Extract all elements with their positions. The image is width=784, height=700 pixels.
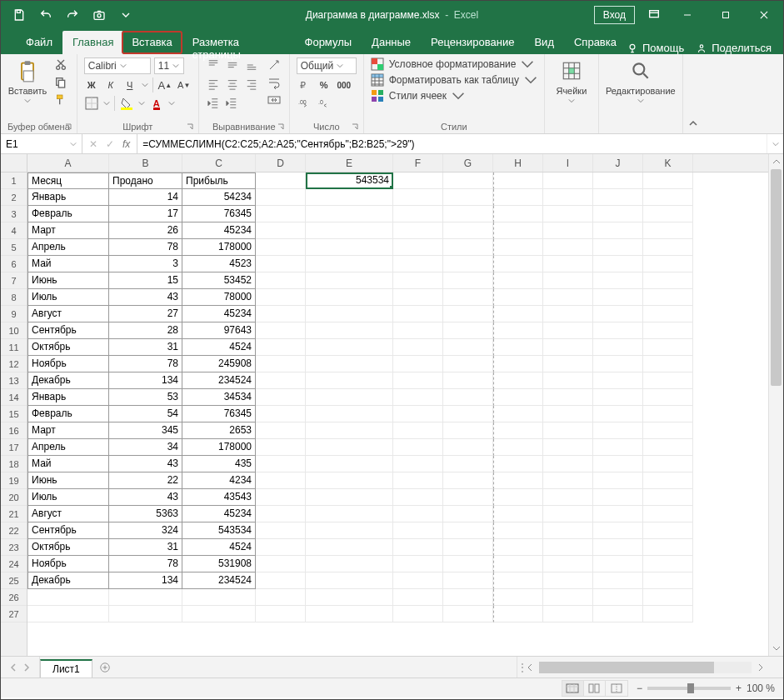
zoom-out-button[interactable]: −	[637, 682, 642, 694]
cell[interactable]: 5363	[109, 506, 182, 522]
cell[interactable]: Январь	[27, 189, 109, 206]
cell[interactable]	[306, 489, 393, 506]
cell[interactable]	[543, 406, 593, 422]
cell[interactable]	[256, 272, 306, 289]
cell[interactable]	[393, 572, 443, 589]
accounting-format-button[interactable]: ₽	[297, 78, 312, 92]
cell[interactable]	[643, 456, 693, 472]
row-header[interactable]: 15	[1, 406, 27, 422]
align-top-button[interactable]	[206, 58, 221, 72]
cell[interactable]	[493, 256, 543, 272]
cell[interactable]	[443, 439, 493, 456]
font-color-button[interactable]: А	[149, 96, 164, 111]
tab-insert[interactable]: Вставка	[122, 31, 182, 54]
cell[interactable]	[643, 356, 693, 372]
cell[interactable]: 43	[109, 289, 182, 306]
cell[interactable]: 34	[109, 439, 182, 456]
cell[interactable]	[256, 439, 306, 456]
cell[interactable]	[306, 272, 393, 289]
cell[interactable]: 34534	[182, 389, 256, 406]
cell[interactable]	[393, 206, 443, 222]
column-header-H[interactable]: H	[493, 154, 543, 172]
cell[interactable]	[493, 589, 543, 606]
vertical-scrollbar[interactable]	[768, 154, 783, 656]
cell[interactable]	[256, 206, 306, 222]
cell[interactable]	[643, 239, 693, 256]
tab-help[interactable]: Справка	[564, 31, 627, 54]
cell[interactable]: Август	[27, 506, 109, 522]
cell[interactable]	[443, 556, 493, 572]
cell[interactable]	[543, 589, 593, 606]
fill-color-button[interactable]	[119, 96, 134, 111]
row-header[interactable]: 18	[1, 456, 27, 472]
cell[interactable]	[643, 556, 693, 572]
cell[interactable]	[256, 606, 306, 622]
cell[interactable]	[543, 372, 593, 389]
row-header[interactable]: 20	[1, 489, 27, 506]
cell[interactable]	[543, 506, 593, 522]
cells-button[interactable]: Ячейки	[552, 58, 592, 104]
cell[interactable]: Сентябрь	[27, 522, 109, 539]
cell[interactable]	[493, 189, 543, 206]
zoom-slider[interactable]	[647, 687, 731, 690]
cell[interactable]	[306, 539, 393, 556]
grow-font-button[interactable]: A▲	[157, 78, 172, 92]
cell[interactable]: 435	[182, 456, 256, 472]
cell[interactable]	[393, 372, 443, 389]
cell[interactable]	[543, 439, 593, 456]
cell[interactable]	[443, 389, 493, 406]
cell[interactable]	[593, 456, 643, 472]
cancel-formula-button[interactable]: ✕	[89, 138, 97, 150]
cell[interactable]	[443, 306, 493, 322]
cell[interactable]	[643, 539, 693, 556]
cell[interactable]	[393, 406, 443, 422]
align-left-button[interactable]	[206, 77, 221, 92]
cell[interactable]	[443, 256, 493, 272]
new-sheet-button[interactable]	[92, 657, 117, 678]
cell[interactable]	[593, 489, 643, 506]
cell[interactable]	[393, 222, 443, 239]
row-header[interactable]: 8	[1, 289, 27, 306]
column-header-B[interactable]: B	[109, 154, 182, 172]
cell[interactable]: 78	[109, 239, 182, 256]
cell[interactable]	[443, 606, 493, 622]
cell[interactable]	[493, 539, 543, 556]
cell[interactable]: Июль	[27, 289, 109, 306]
row-header[interactable]: 13	[1, 372, 27, 389]
column-header-A[interactable]: A	[27, 154, 109, 172]
scroll-thumb-horizontal[interactable]	[539, 662, 714, 673]
cell[interactable]	[493, 456, 543, 472]
cell[interactable]	[593, 606, 643, 622]
cell[interactable]: Апрель	[27, 239, 109, 256]
orientation-button[interactable]	[266, 58, 282, 72]
cell[interactable]	[543, 489, 593, 506]
cell[interactable]	[306, 606, 393, 622]
cell[interactable]	[493, 389, 543, 406]
cell[interactable]	[256, 289, 306, 306]
cell[interactable]	[256, 306, 306, 322]
close-button[interactable]	[745, 1, 783, 29]
cell[interactable]	[643, 439, 693, 456]
zoom-in-button[interactable]: +	[736, 682, 742, 694]
cell[interactable]	[256, 422, 306, 439]
cell[interactable]	[543, 322, 593, 339]
cell[interactable]: 78000	[182, 289, 256, 306]
cell[interactable]	[493, 506, 543, 522]
cell[interactable]	[182, 589, 256, 606]
tab-data[interactable]: Данные	[362, 31, 421, 54]
cell[interactable]	[543, 456, 593, 472]
share-button[interactable]: Поделиться	[696, 42, 772, 54]
cell[interactable]	[256, 222, 306, 239]
comma-style-button[interactable]: 000	[337, 78, 352, 92]
cell[interactable]	[543, 239, 593, 256]
cell[interactable]	[256, 506, 306, 522]
cell[interactable]	[543, 472, 593, 489]
cell[interactable]	[593, 439, 643, 456]
conditional-formatting-button[interactable]: Условное форматирование	[371, 58, 537, 71]
cell[interactable]	[306, 456, 393, 472]
cell[interactable]	[593, 372, 643, 389]
cell[interactable]	[593, 356, 643, 372]
cell[interactable]	[443, 589, 493, 606]
cell-styles-button[interactable]: Стили ячеек	[371, 89, 537, 102]
row-header[interactable]: 11	[1, 339, 27, 356]
